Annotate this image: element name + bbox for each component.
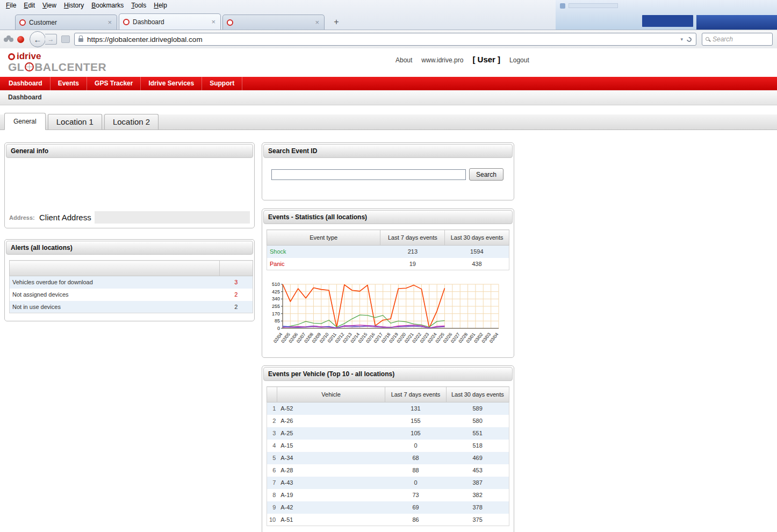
event-stats-panel: Events - Statistics (all locations) Even…	[262, 209, 514, 358]
menu-bar: FileEditViewHistoryBookmarksToolsHelp	[0, 0, 777, 11]
back-button[interactable]: ←	[30, 31, 46, 47]
last7-value: 88	[385, 464, 446, 477]
vehicle-rank: 5	[267, 452, 277, 464]
last7-value: 69	[385, 501, 446, 514]
menu-edit[interactable]: Edit	[20, 1, 39, 10]
nav-item-dashboard[interactable]: Dashboard	[1, 77, 51, 90]
browser-search-box[interactable]	[702, 33, 773, 46]
vehicle-events-panel: Events per Vehicle (Top 10 - all locatio…	[262, 365, 514, 532]
browser-tab-blank[interactable]: ×	[222, 15, 325, 30]
url-bar[interactable]: ▾	[74, 33, 696, 46]
nav-item-idrive-services[interactable]: Idrive Services	[141, 77, 202, 90]
vehicle-row: 2A-26155580	[267, 415, 509, 427]
menu-bookmarks[interactable]: Bookmarks	[88, 1, 127, 10]
tab-location-2[interactable]: Location 2	[104, 114, 159, 130]
event-stats-table: Event type Last 7 days events Last 30 da…	[267, 229, 509, 270]
last30-value: 551	[446, 427, 509, 440]
vehicle-name: A-42	[277, 501, 385, 514]
last30-value: 1594	[445, 246, 509, 258]
vehicle-row: 3A-25105551	[267, 427, 509, 440]
new-tab-button[interactable]: +	[329, 16, 343, 28]
about-link[interactable]: About	[395, 56, 412, 64]
svg-text:255: 255	[272, 304, 280, 309]
vehicle-name: A-34	[277, 452, 385, 464]
reload-icon[interactable]	[686, 36, 693, 43]
menu-file[interactable]: File	[2, 1, 20, 10]
url-input[interactable]	[87, 35, 677, 44]
forward-button[interactable]: →	[45, 34, 57, 45]
browser-chrome: FileEditViewHistoryBookmarksToolsHelp Cu…	[0, 0, 777, 48]
alert-label: Vehicles overdue for download	[10, 276, 220, 289]
globe-icon	[25, 62, 34, 71]
tab-close-icon[interactable]: ×	[106, 18, 113, 26]
vehicle-name: A-28	[277, 464, 385, 477]
vehicle-name: A-52	[277, 402, 385, 415]
vehicle-row: 1A-52131589	[267, 402, 509, 415]
browser-search-input[interactable]	[713, 35, 769, 43]
logo[interactable]: idrive GL BALCENTER	[8, 51, 106, 73]
nav-item-events[interactable]: Events	[51, 77, 87, 90]
dashboard-content: General info Address: Client Address Ale…	[0, 130, 777, 532]
col-vehicle: Vehicle	[277, 387, 385, 402]
alert-value: 3	[220, 276, 253, 289]
extension-paw-icon[interactable]	[6, 35, 11, 40]
nav-item-support[interactable]: Support	[202, 77, 242, 90]
tab-favicon-icon	[123, 19, 130, 25]
menu-history[interactable]: History	[60, 1, 88, 10]
event-id-input[interactable]	[271, 169, 466, 180]
spacer	[0, 105, 777, 114]
alert-label: Not in use devices	[10, 301, 220, 313]
last30-value: 518	[446, 440, 509, 452]
vehicle-rank: 1	[267, 402, 277, 415]
site-header: idrive GL BALCENTER About www.idrive.pro…	[0, 48, 777, 77]
header-links: About www.idrive.pro [ User ] Logout	[395, 55, 529, 64]
alert-label: Not assigned devices	[10, 289, 220, 301]
stats-header-row: Event type Last 7 days events Last 30 da…	[267, 230, 509, 246]
vehicle-rank: 8	[267, 489, 277, 501]
last7-value: 213	[380, 246, 445, 258]
tab-general[interactable]: General	[4, 113, 46, 130]
last7-value: 131	[385, 402, 446, 415]
menu-tools[interactable]: Tools	[127, 1, 150, 10]
tab-location-1[interactable]: Location 1	[48, 114, 102, 130]
vehicle-events-table: Vehicle Last 7 days events Last 30 days …	[267, 386, 509, 526]
site-link[interactable]: www.idrive.pro	[421, 56, 463, 64]
vehicle-name: A-43	[277, 477, 385, 489]
urlbar-dropdown-icon[interactable]: ▾	[677, 37, 687, 42]
vehicle-header-row: Vehicle Last 7 days events Last 30 days …	[267, 387, 509, 402]
chart-container: 08517025534042551002/0402/0502/0602/0702…	[263, 277, 513, 356]
breadcrumb: Dashboard	[8, 94, 42, 101]
logo-text-right: BALCENTER	[34, 61, 106, 73]
menu-help[interactable]: Help	[150, 1, 171, 10]
event-stat-row: Shock2131594	[267, 246, 509, 258]
search-event-panel: Search Event ID Search	[262, 142, 514, 200]
svg-text:425: 425	[272, 289, 280, 294]
general-info-title: General info	[6, 144, 253, 158]
last7-value: 68	[385, 452, 446, 464]
vehicle-events-title: Events per Vehicle (Top 10 - all locatio…	[263, 367, 513, 381]
last7-value: 0	[385, 477, 446, 489]
alert-row: Not in use devices2	[10, 301, 253, 313]
tab-close-icon[interactable]: ×	[314, 18, 320, 26]
browser-tab-customer[interactable]: Customer×	[15, 15, 117, 30]
tab-close-icon[interactable]: ×	[210, 18, 217, 26]
browser-tab-dashboard[interactable]: Dashboard×	[119, 13, 221, 30]
vehicle-rank: 10	[267, 514, 277, 526]
events-chart: 08517025534042551002/0402/0502/0602/0702…	[267, 281, 501, 352]
vehicle-row: 8A-1973382	[267, 489, 509, 501]
vehicle-row: 4A-150518	[267, 440, 509, 452]
logout-link[interactable]: Logout	[509, 56, 529, 64]
search-button[interactable]: Search	[469, 168, 503, 181]
user-link[interactable]: [ User ]	[472, 55, 500, 64]
site-identity-icon[interactable]	[61, 35, 70, 43]
menu-view[interactable]: View	[39, 1, 60, 10]
record-extension-icon[interactable]	[17, 36, 24, 43]
nav-item-gps-tracker[interactable]: GPS Tracker	[87, 77, 141, 90]
col-last7: Last 7 days events	[385, 387, 446, 402]
address-value: Client Address	[38, 211, 95, 224]
logo-text-left: GL	[8, 61, 24, 73]
svg-text:340: 340	[272, 296, 280, 301]
vehicle-name: A-15	[277, 440, 385, 452]
last7-value: 105	[385, 427, 446, 440]
vehicle-row: 6A-2888453	[267, 464, 509, 477]
